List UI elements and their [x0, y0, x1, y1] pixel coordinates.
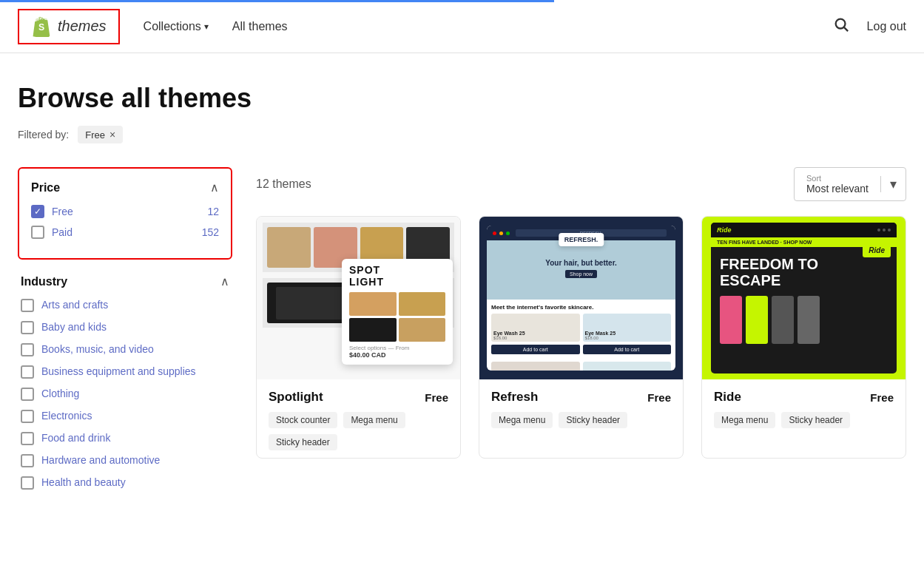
- checkbox-food[interactable]: [21, 432, 34, 445]
- filter-count-free: 12: [207, 206, 219, 217]
- sort-value: Most relevant: [806, 183, 869, 195]
- theme-tag-sticky-header-spotlight[interactable]: Sticky header: [269, 434, 337, 450]
- checkbox-electronics[interactable]: [21, 410, 34, 423]
- theme-tags-refresh: Mega menu Sticky header: [491, 412, 671, 428]
- theme-name-spotlight: Spotlight: [269, 390, 323, 405]
- loading-bar: [0, 0, 554, 2]
- nav-all-themes[interactable]: All themes: [232, 20, 288, 33]
- header: S themes Collections ▾ All themes Log ou…: [0, 0, 924, 53]
- active-filter-tag[interactable]: Free ×: [78, 126, 123, 143]
- theme-price-spotlight: Free: [425, 391, 448, 404]
- theme-card-image-ride: Ride TEN FINS HAVE LANDED · SHOP NOW: [702, 217, 906, 379]
- theme-tag-sticky-header-ride[interactable]: Sticky header: [781, 412, 850, 428]
- checkbox-health[interactable]: [21, 476, 34, 490]
- industry-item-baby[interactable]: Baby and kids: [21, 321, 229, 334]
- industry-label-business: Business equipment and supplies: [41, 365, 196, 377]
- industry-filter-section: Industry ∧ Arts and crafts Baby and kids…: [18, 274, 232, 490]
- themes-top-bar: 12 themes Sort Most relevant ▾: [256, 167, 906, 201]
- industry-label-food: Food and drink: [41, 432, 110, 444]
- page-content: Browse all themes Filtered by: Free × Pr…: [0, 53, 924, 498]
- industry-label-health: Health and beauty: [41, 476, 126, 488]
- sort-chevron-icon: ▾: [880, 176, 906, 192]
- theme-card-image-spotlight: SPOTLIGHT Select options — From $40.00 C…: [257, 217, 460, 379]
- theme-price-refresh: Free: [647, 391, 671, 404]
- theme-price-ride: Free: [870, 391, 894, 404]
- industry-item-business[interactable]: Business equipment and supplies: [21, 365, 229, 379]
- theme-name-refresh: Refresh: [491, 390, 538, 405]
- theme-name-ride: Ride: [714, 390, 741, 405]
- checkbox-arts[interactable]: [21, 299, 34, 312]
- filter-by-label: Filtered by:: [18, 129, 69, 141]
- themes-area: 12 themes Sort Most relevant ▾: [256, 167, 906, 498]
- industry-item-hardware[interactable]: Hardware and automotive: [21, 454, 229, 467]
- theme-tag-mega-menu-spotlight[interactable]: Mega menu: [343, 412, 405, 428]
- checkbox-hardware[interactable]: [21, 454, 34, 467]
- header-right: Log out: [833, 16, 906, 37]
- price-collapse-icon[interactable]: ∧: [210, 180, 219, 195]
- main-nav: Collections ▾ All themes: [144, 20, 833, 33]
- theme-card-ride[interactable]: Ride TEN FINS HAVE LANDED · SHOP NOW: [701, 216, 906, 459]
- industry-collapse-icon[interactable]: ∧: [220, 274, 229, 288]
- industry-item-books[interactable]: Books, music, and video: [21, 343, 229, 356]
- checkbox-books[interactable]: [21, 343, 34, 356]
- industry-item-arts[interactable]: Arts and crafts: [21, 299, 229, 312]
- theme-tag-sticky-header-refresh[interactable]: Sticky header: [559, 412, 627, 428]
- checkbox-clothing[interactable]: [21, 388, 34, 401]
- main-layout: Price ∧ Free 12 Paid 152: [18, 167, 906, 498]
- logout-button[interactable]: Log out: [867, 20, 906, 33]
- themes-grid: SPOTLIGHT Select options — From $40.00 C…: [256, 216, 906, 459]
- price-filter-title: Price: [31, 181, 60, 195]
- industry-item-food[interactable]: Food and drink: [21, 432, 229, 445]
- industry-label-books: Books, music, and video: [41, 343, 154, 355]
- industry-item-health[interactable]: Health and beauty: [21, 476, 229, 490]
- logo-box[interactable]: S themes: [18, 9, 120, 44]
- filter-label-free[interactable]: Free: [52, 206, 73, 217]
- search-button[interactable]: [833, 16, 849, 37]
- remove-filter-icon[interactable]: ×: [109, 129, 115, 141]
- theme-tag-mega-menu-refresh[interactable]: Mega menu: [491, 412, 553, 428]
- svg-point-2: [835, 18, 845, 28]
- checkbox-business[interactable]: [21, 365, 34, 379]
- sort-dropdown[interactable]: Sort Most relevant ▾: [794, 167, 906, 201]
- svg-text:S: S: [38, 22, 44, 33]
- search-icon: [833, 16, 849, 33]
- theme-card-spotlight[interactable]: SPOTLIGHT Select options — From $40.00 C…: [256, 216, 461, 459]
- price-filter-section: Price ∧ Free 12 Paid 152: [18, 167, 232, 260]
- theme-card-image-refresh: REFRESH. Your hair, but better. Shop now: [479, 217, 683, 379]
- theme-tag-mega-menu-ride[interactable]: Mega menu: [714, 412, 775, 428]
- theme-card-body-ride: Ride Free Mega menu Sticky header: [702, 379, 906, 436]
- themes-count: 12 themes: [256, 178, 311, 191]
- filter-label-paid[interactable]: Paid: [52, 226, 72, 238]
- price-filter-header: Price ∧: [31, 180, 219, 195]
- industry-filter-title: Industry: [21, 275, 67, 288]
- checkbox-baby[interactable]: [21, 321, 34, 334]
- industry-label-hardware: Hardware and automotive: [41, 454, 160, 466]
- theme-tags-spotlight: Stock counter Mega menu Sticky header: [269, 412, 448, 450]
- industry-label-electronics: Electronics: [41, 410, 92, 422]
- svg-line-3: [844, 27, 848, 31]
- filter-row-free: Free 12: [31, 205, 219, 218]
- checkbox-free[interactable]: [31, 205, 44, 218]
- theme-card-body-refresh: Refresh Free Mega menu Sticky header: [479, 379, 683, 436]
- industry-filter-header: Industry ∧: [21, 274, 229, 288]
- logo-text: themes: [58, 18, 107, 35]
- industry-label-clothing: Clothing: [41, 388, 79, 399]
- theme-tags-ride: Mega menu Sticky header: [714, 412, 894, 428]
- filter-row-paid: Paid 152: [31, 226, 219, 239]
- checkbox-paid[interactable]: [31, 226, 44, 239]
- nav-collections[interactable]: Collections ▾: [144, 20, 209, 33]
- industry-item-clothing[interactable]: Clothing: [21, 388, 229, 401]
- filter-count-paid: 152: [202, 226, 219, 238]
- theme-card-refresh[interactable]: REFRESH. Your hair, but better. Shop now: [479, 216, 684, 459]
- theme-card-body-spotlight: Spotlight Free Stock counter Mega menu S…: [257, 379, 460, 458]
- filter-bar: Filtered by: Free ×: [18, 126, 906, 143]
- industry-item-electronics[interactable]: Electronics: [21, 410, 229, 423]
- industry-label-arts: Arts and crafts: [41, 299, 108, 311]
- page-title: Browse all themes: [18, 83, 906, 114]
- chevron-down-icon: ▾: [204, 21, 209, 32]
- industry-label-baby: Baby and kids: [41, 321, 107, 333]
- sort-label: Sort: [806, 174, 869, 183]
- theme-tag-stock-counter[interactable]: Stock counter: [269, 412, 337, 428]
- shopify-logo-icon: S: [31, 16, 52, 37]
- sidebar: Price ∧ Free 12 Paid 152: [18, 167, 232, 498]
